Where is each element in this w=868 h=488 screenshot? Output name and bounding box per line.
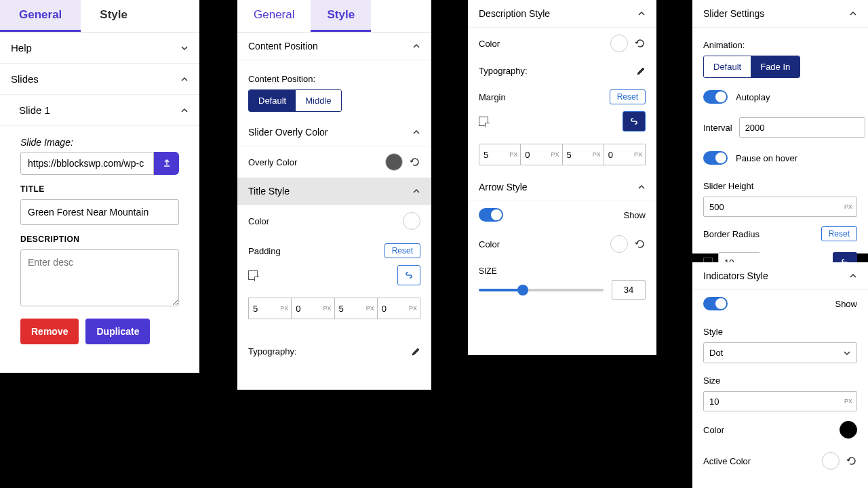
description-input[interactable]	[20, 249, 179, 306]
tab-style[interactable]: Style	[81, 0, 146, 32]
title-input[interactable]	[20, 199, 179, 225]
link-icon	[629, 117, 639, 126]
reset-button[interactable]: Reset	[610, 89, 646, 104]
color-label: Color	[248, 216, 269, 226]
section-indicators-style[interactable]: Indicators Style	[692, 262, 868, 290]
upload-button[interactable]	[154, 152, 179, 175]
color-swatch[interactable]	[822, 452, 840, 470]
link-values-button[interactable]	[397, 265, 420, 285]
reset-button[interactable]: Reset	[821, 226, 857, 241]
active-color-row: Active Color	[692, 445, 868, 476]
chevron-down-icon	[843, 349, 851, 357]
color-swatch[interactable]	[840, 421, 857, 439]
padding-bottom[interactable]	[335, 304, 366, 314]
typography-label: Typography:	[248, 346, 297, 357]
reset-icon[interactable]	[635, 38, 646, 49]
size-label: Size	[703, 375, 857, 386]
arrow-toggle[interactable]	[479, 208, 503, 222]
typography-row: Typography:	[468, 59, 656, 83]
size-input[interactable]	[704, 392, 844, 411]
seg-fadein[interactable]: Fade In	[751, 56, 800, 77]
section-help[interactable]: Help	[0, 33, 199, 64]
chevron-up-icon	[849, 9, 857, 18]
section-slider-settings[interactable]: Slider Settings	[692, 0, 868, 28]
animation-label: Animation:	[703, 40, 857, 50]
chevron-up-icon	[180, 75, 189, 83]
section-description-style[interactable]: Description Style	[468, 0, 656, 28]
autoplay-label: Autoplay	[736, 92, 770, 102]
padding-label: Padding	[248, 246, 281, 256]
section-label: Content Position	[248, 41, 318, 52]
margin-bottom[interactable]	[563, 150, 593, 160]
dimension-icon[interactable]	[248, 270, 258, 280]
height-label: Slider Height	[703, 181, 857, 191]
margin-right[interactable]	[521, 150, 551, 160]
pencil-icon[interactable]	[636, 66, 646, 76]
section-content-position[interactable]: Content Position	[237, 33, 431, 60]
color-swatch[interactable]	[385, 153, 403, 171]
color-swatch[interactable]	[610, 235, 628, 253]
section-arrow-style[interactable]: Arrow Style	[468, 174, 656, 201]
padding-left[interactable]	[378, 304, 409, 314]
reset-icon[interactable]	[410, 157, 420, 167]
padding-row: Padding Reset	[237, 237, 431, 265]
margin-label: Margin	[479, 92, 506, 102]
tab-general[interactable]: General	[237, 0, 311, 32]
chevron-up-icon	[412, 42, 420, 50]
show-label: Show	[623, 210, 646, 220]
tab-general[interactable]: General	[0, 0, 81, 32]
tab-style[interactable]: Style	[311, 0, 371, 32]
reset-button[interactable]: Reset	[384, 243, 420, 258]
padding-right[interactable]	[292, 304, 323, 314]
color-label: Color	[479, 39, 500, 49]
color-swatch[interactable]	[610, 35, 628, 52]
margin-left[interactable]	[604, 150, 634, 160]
interval-input[interactable]	[740, 118, 865, 137]
padding-top[interactable]	[249, 304, 280, 314]
show-label: Show	[835, 299, 857, 309]
section-slide-1[interactable]: Slide 1	[0, 95, 199, 126]
section-overlay-color[interactable]: Slider Overly Color	[237, 119, 431, 146]
height-input[interactable]	[704, 197, 844, 216]
section-slides[interactable]: Slides	[0, 64, 199, 95]
pause-toggle[interactable]	[703, 151, 728, 165]
upload-icon	[162, 159, 172, 168]
link-values-button[interactable]	[623, 111, 646, 131]
indicators-toggle[interactable]	[703, 297, 728, 310]
seg-middle[interactable]: Middle	[296, 90, 340, 111]
reset-icon[interactable]	[846, 455, 857, 466]
dimension-icon[interactable]	[479, 117, 488, 126]
style-select[interactable]: Dot	[703, 342, 857, 363]
size-input[interactable]	[612, 280, 646, 300]
slider-settings-panel: Slider Settings Animation: Default Fade …	[692, 0, 868, 253]
indicator-color-row: Color	[692, 414, 868, 445]
general-panel: General Style Help Slides Slide 1 Slide …	[0, 0, 199, 373]
link-icon	[404, 270, 414, 280]
section-label: Description Style	[479, 8, 550, 19]
chevron-up-icon	[180, 106, 189, 115]
indicators-panel: Indicators Style Show Style Dot Size PX …	[692, 262, 868, 488]
margin-top[interactable]	[479, 150, 509, 160]
duplicate-button[interactable]: Duplicate	[85, 319, 150, 344]
overlay-color-label: Overly Color	[248, 157, 297, 167]
slide-image-input[interactable]	[20, 152, 154, 175]
overlay-color-row: Overly Color	[237, 146, 431, 178]
margin-row: Margin Reset	[468, 83, 656, 111]
size-slider-row	[468, 276, 656, 310]
desc-color-row: Color	[468, 28, 656, 59]
color-swatch[interactable]	[403, 212, 420, 230]
tabs: General Style	[0, 0, 199, 33]
remove-button[interactable]: Remove	[20, 319, 79, 344]
seg-default[interactable]: Default	[704, 56, 751, 77]
typography-row: Typography:	[237, 340, 431, 363]
pencil-icon[interactable]	[411, 347, 420, 357]
margin-inputs: PX PX PX PX	[479, 144, 646, 165]
style-panel: General Style Content Position Content P…	[237, 0, 431, 390]
section-title-style[interactable]: Title Style	[237, 178, 431, 205]
autoplay-toggle[interactable]	[703, 90, 728, 104]
seg-default[interactable]: Default	[249, 90, 296, 111]
reset-icon[interactable]	[635, 239, 646, 249]
content-position-segment: Default Middle	[248, 89, 342, 112]
size-slider[interactable]	[479, 289, 604, 291]
arrow-show-row: Show	[468, 201, 656, 228]
